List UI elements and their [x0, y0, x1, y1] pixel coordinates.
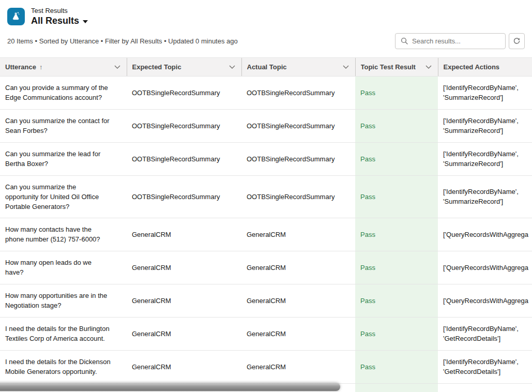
sort-ascending-icon: ↑ [39, 63, 43, 71]
expected-actions-cell: ['IdentifyRecordByName', [438, 383, 532, 392]
expected-actions-cell: ['QueryRecordsWithAggrega [438, 284, 532, 317]
expected-actions-cell: ['QueryRecordsWithAggrega [438, 218, 532, 251]
table-row: Can you summarize the opportunity for Un… [0, 175, 532, 218]
title-block: Test Results All Results [31, 7, 88, 27]
results-table: Utterance↑Expected TopicActual TopicTopi… [0, 57, 532, 392]
topic-test-result-cell: Pass [355, 350, 438, 383]
horizontal-scrollbar-thumb[interactable] [0, 383, 340, 391]
expected-topic-cell: GeneralCRM [127, 350, 241, 383]
column-label: Topic Test Result [361, 63, 416, 71]
actual-topic-cell: OOTBSingleRecordSummary [241, 76, 355, 109]
actual-topic-cell: GeneralCRM [241, 317, 355, 350]
caret-down-icon [83, 20, 88, 23]
expected-actions-cell: ['IdentifyRecordByName', 'SummarizeRecor… [438, 175, 532, 218]
utterance-cell: Can you provide a summary of the Edge Co… [0, 76, 127, 109]
page-header: Test Results All Results [0, 0, 532, 27]
actual-topic-cell: OOTBSingleRecordSummary [241, 109, 355, 142]
list-meta: 20 Items • Sorted by Utterance • Filter … [7, 37, 238, 45]
toolbar-actions [395, 33, 525, 49]
topic-test-result-cell: Pass [355, 142, 438, 175]
expected-actions-cell: ['QueryRecordsWithAggrega [438, 251, 532, 284]
test-results-list-view: Test Results All Results 20 Items • Sort… [0, 0, 532, 392]
expected-topic-cell: GeneralCRM [127, 284, 241, 317]
utterance-cell: I need the details for the Burlington Te… [0, 317, 127, 350]
refresh-button[interactable] [509, 33, 525, 49]
table-row: How many open leads do we have?GeneralCR… [0, 251, 532, 284]
topic-test-result-cell: Pass [355, 317, 438, 350]
expected-topic-cell: GeneralCRM [127, 317, 241, 350]
column-header-result: Topic Test Result [355, 57, 438, 76]
topic-test-result-cell: Pass [355, 76, 438, 109]
results-table-wrap: Utterance↑Expected TopicActual TopicTopi… [0, 57, 532, 392]
expected-actions-cell: ['IdentifyRecordByName', 'SummarizeRecor… [438, 142, 532, 175]
column-header-expected_topic: Expected Topic [127, 57, 241, 76]
column-label: Expected Actions [444, 63, 500, 71]
utterance-cell: How many contacts have the phone number … [0, 218, 127, 251]
expected-actions-cell: ['IdentifyRecordByName', 'GetRecordDetai… [438, 350, 532, 383]
column-menu-chevron-icon[interactable] [342, 64, 350, 70]
topic-test-result-cell: Pass [355, 109, 438, 142]
topic-test-result-cell: Pass [355, 175, 438, 218]
search-icon [401, 37, 408, 44]
utterance-cell: Can you summarize the opportunity for Un… [0, 175, 127, 218]
expected-actions-cell: ['IdentifyRecordByName', 'GetRecordDetai… [438, 317, 532, 350]
actual-topic-cell: OOTBSingleRecordSummary [241, 175, 355, 218]
table-row: Can you summarize the contact for Sean F… [0, 109, 532, 142]
topic-test-result-cell: Pass [355, 284, 438, 317]
actual-topic-cell: GeneralCRM [241, 350, 355, 383]
expected-actions-cell: ['IdentifyRecordByName', 'SummarizeRecor… [438, 76, 532, 109]
actual-topic-cell: OOTBSingleRecordSummary [241, 142, 355, 175]
table-row: Can you summarize the lead for Bertha Bo… [0, 142, 532, 175]
column-header-expected_actions: Expected Actions [438, 57, 532, 76]
view-label: All Results [31, 15, 79, 27]
column-header-actual_topic: Actual Topic [241, 57, 355, 76]
topic-test-result-cell: Pass [355, 251, 438, 284]
column-menu-chevron-icon[interactable] [113, 64, 121, 70]
expected-topic-cell: GeneralCRM [127, 218, 241, 251]
utterance-cell: I need the details for the Dickenson Mob… [0, 350, 127, 383]
expected-topic-cell: GeneralCRM [127, 251, 241, 284]
column-label: Utterance [5, 63, 36, 71]
table-row: How many opportunities are in the Negoti… [0, 284, 532, 317]
utterance-cell: How many opportunities are in the Negoti… [0, 284, 127, 317]
table-row: Can you provide a summary of the Edge Co… [0, 76, 532, 109]
expected-topic-cell: OOTBSingleRecordSummary [127, 142, 241, 175]
entity-label: Test Results [31, 7, 88, 15]
utterance-cell: Can you summarize the contact for Sean F… [0, 109, 127, 142]
table-row: I need the details for the Dickenson Mob… [0, 350, 532, 383]
column-header-utterance: Utterance↑ [0, 57, 127, 76]
table-row: I need the details for the Burlington Te… [0, 317, 532, 350]
column-label: Actual Topic [247, 63, 287, 71]
refresh-icon [513, 37, 521, 45]
flask-icon [7, 8, 25, 25]
actual-topic-cell: GeneralCRM [241, 218, 355, 251]
column-label: Expected Topic [132, 63, 181, 71]
search-box[interactable] [395, 33, 506, 49]
topic-test-result-cell [355, 383, 438, 392]
actual-topic-cell: GeneralCRM [241, 284, 355, 317]
table-row: How many contacts have the phone number … [0, 218, 532, 251]
column-menu-chevron-icon[interactable] [228, 64, 236, 70]
table-header-row: Utterance↑Expected TopicActual TopicTopi… [0, 57, 532, 76]
utterance-cell: How many open leads do we have? [0, 251, 127, 284]
expected-topic-cell: OOTBSingleRecordSummary [127, 76, 241, 109]
toolbar: 20 Items • Sorted by Utterance • Filter … [0, 27, 532, 57]
expected-actions-cell: ['IdentifyRecordByName', 'SummarizeRecor… [438, 109, 532, 142]
search-input[interactable] [412, 37, 503, 45]
column-menu-chevron-icon[interactable] [424, 64, 433, 70]
expected-topic-cell: OOTBSingleRecordSummary [127, 175, 241, 218]
list-view-selector[interactable]: All Results [31, 15, 88, 27]
topic-test-result-cell: Pass [355, 218, 438, 251]
expected-topic-cell: OOTBSingleRecordSummary [127, 109, 241, 142]
actual-topic-cell: GeneralCRM [241, 251, 355, 284]
utterance-cell: Can you summarize the lead for Bertha Bo… [0, 142, 127, 175]
